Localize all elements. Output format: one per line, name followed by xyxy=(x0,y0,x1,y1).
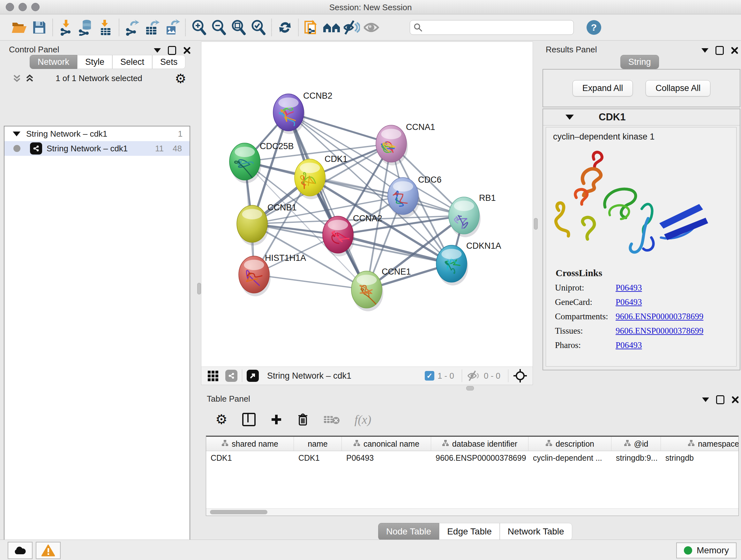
network-options-gear-icon[interactable]: ⚙ xyxy=(175,72,186,85)
delete-column-trash-icon[interactable] xyxy=(297,413,309,426)
collapse-all-networks-icon[interactable] xyxy=(11,73,22,85)
node-CCNA2[interactable] xyxy=(323,216,354,256)
column-header--id[interactable]: @id xyxy=(611,437,661,451)
network-type-icon[interactable] xyxy=(225,370,238,382)
column-header-canonical-name[interactable]: canonical name xyxy=(342,437,431,451)
expand-all-networks-icon[interactable] xyxy=(24,73,35,85)
show-columns-icon[interactable] xyxy=(242,413,256,426)
table-cell[interactable]: CDK1 xyxy=(294,451,342,464)
birds-eye-view-icon[interactable] xyxy=(208,371,218,381)
tab-node-table[interactable]: Node Table xyxy=(378,523,439,540)
network-collection-row[interactable]: String Network – cdk1 1 xyxy=(4,126,190,141)
table-panel-collapse-icon[interactable] xyxy=(702,397,709,402)
column-type-icon xyxy=(221,439,228,449)
edge-HIST1H1A-CCNE1[interactable] xyxy=(254,274,367,290)
import-network-button[interactable] xyxy=(56,18,76,37)
results-panel-float-icon[interactable] xyxy=(716,46,724,55)
clone-network-button[interactable] xyxy=(302,18,322,37)
node-CCNB2[interactable] xyxy=(273,94,305,134)
hidden-items-eye-icon[interactable] xyxy=(467,370,481,381)
table-cell[interactable]: stringdb:9... xyxy=(611,451,661,464)
save-session-button[interactable] xyxy=(29,18,49,37)
tab-network[interactable]: Network xyxy=(30,55,77,69)
right-splitter-handle[interactable] xyxy=(534,218,538,230)
crosslink-link[interactable]: P06493 xyxy=(616,283,642,293)
crosslink-link[interactable]: 9606.ENSP00000378699 xyxy=(616,326,703,336)
control-panel-close-icon[interactable] xyxy=(183,47,191,54)
node-CDKN1A[interactable] xyxy=(436,245,468,286)
open-in-window-icon[interactable] xyxy=(247,370,259,382)
network-overview-button[interactable] xyxy=(322,18,341,37)
node-CDC6[interactable] xyxy=(388,178,420,218)
table-cell[interactable]: CDK1 xyxy=(206,451,294,464)
tab-style[interactable]: Style xyxy=(77,55,112,69)
tab-network-table[interactable]: Network Table xyxy=(500,523,572,540)
export-image-button[interactable] xyxy=(162,18,182,37)
import-database-button[interactable] xyxy=(76,18,96,37)
table-cell[interactable]: 9606.ENSP00000378699 xyxy=(431,451,529,464)
column-header-name[interactable]: name xyxy=(294,437,342,451)
results-panel-collapse-icon[interactable] xyxy=(701,48,709,53)
table-cell[interactable]: stringdb xyxy=(661,451,739,464)
export-table-button[interactable] xyxy=(142,18,162,37)
zoom-selected-button[interactable] xyxy=(248,18,268,37)
hide-details-button[interactable] xyxy=(341,18,361,37)
scrollbar-thumb[interactable] xyxy=(210,510,267,514)
node-CCNB1[interactable] xyxy=(237,205,269,246)
crosslink-link[interactable]: P06493 xyxy=(616,297,642,307)
delete-table-icon[interactable] xyxy=(323,414,340,425)
table-panel-float-icon[interactable] xyxy=(716,395,724,404)
search-input[interactable] xyxy=(423,23,570,32)
fit-selected-crosshair-icon[interactable] xyxy=(513,368,528,383)
node-CCNE1[interactable] xyxy=(351,271,383,311)
memory-button[interactable]: Memory xyxy=(676,543,737,558)
left-splitter-handle[interactable] xyxy=(197,283,201,294)
node-CDK1[interactable] xyxy=(294,159,327,199)
column-header-description[interactable]: description xyxy=(529,437,611,451)
collection-expand-icon[interactable] xyxy=(13,132,20,136)
cloud-status-button[interactable] xyxy=(8,542,32,559)
crosslink-link[interactable]: 9606.ENSP00000378699 xyxy=(616,312,703,321)
table-settings-gear-icon[interactable]: ⚙ xyxy=(215,413,227,426)
import-table-button[interactable] xyxy=(96,18,116,37)
control-panel-collapse-icon[interactable] xyxy=(154,48,161,53)
expand-all-button[interactable]: Expand All xyxy=(572,80,633,97)
column-header-database-identifier[interactable]: database identifier xyxy=(431,437,529,451)
help-button[interactable]: ? xyxy=(587,20,601,35)
show-details-button[interactable] xyxy=(361,18,381,37)
control-panel-float-icon[interactable] xyxy=(168,46,176,55)
zoom-fit-button[interactable] xyxy=(228,18,248,37)
network-canvas[interactable]: CCNB2CCNA1CDC25BCDK1CDC6RB1CCNB1CCNA2CDK… xyxy=(201,42,533,367)
horizontal-splitter-handle[interactable] xyxy=(466,386,474,390)
selected-items-checkbox[interactable]: ✓ xyxy=(425,371,434,381)
function-builder-icon[interactable]: f(x) xyxy=(354,413,372,427)
table-horizontal-scrollbar[interactable] xyxy=(206,508,738,516)
entry-collapse-icon[interactable] xyxy=(565,115,574,120)
refresh-button[interactable] xyxy=(275,18,295,37)
zoom-out-button[interactable] xyxy=(209,18,228,37)
zoom-in-button[interactable] xyxy=(189,18,209,37)
export-network-button[interactable] xyxy=(123,18,142,37)
edge-CCNB2-CCNE1[interactable] xyxy=(288,112,367,290)
tab-select[interactable]: Select xyxy=(112,55,152,69)
column-header-namespace[interactable]: namespace xyxy=(661,437,739,451)
table-row[interactable]: CDK1CDK1P064939606.ENSP00000378699cyclin… xyxy=(206,451,738,464)
tab-sets[interactable]: Sets xyxy=(152,55,185,69)
collapse-all-button[interactable]: Collapse All xyxy=(646,80,711,97)
tab-edge-table[interactable]: Edge Table xyxy=(439,523,500,540)
table-cell[interactable]: P06493 xyxy=(342,451,431,464)
warning-status-button[interactable] xyxy=(36,542,61,559)
network-graph[interactable]: CCNB2CCNA1CDC25BCDK1CDC6RB1CCNB1CCNA2CDK… xyxy=(201,42,533,367)
table-panel-close-icon[interactable] xyxy=(731,396,739,403)
add-column-icon[interactable] xyxy=(270,414,282,426)
tab-string[interactable]: String xyxy=(620,55,659,69)
node-RB1[interactable] xyxy=(449,197,481,237)
table-cell[interactable]: cyclin-dependent ... xyxy=(529,451,611,464)
results-panel-close-icon[interactable] xyxy=(731,47,738,54)
open-session-button[interactable] xyxy=(10,18,29,37)
node-CCNA1[interactable] xyxy=(376,125,408,165)
network-node-count: 11 xyxy=(155,144,164,153)
column-header-shared-name[interactable]: shared name xyxy=(206,437,294,451)
crosslink-link[interactable]: P06493 xyxy=(616,340,642,350)
network-row[interactable]: String Network – cdk1 11 48 xyxy=(4,141,190,156)
